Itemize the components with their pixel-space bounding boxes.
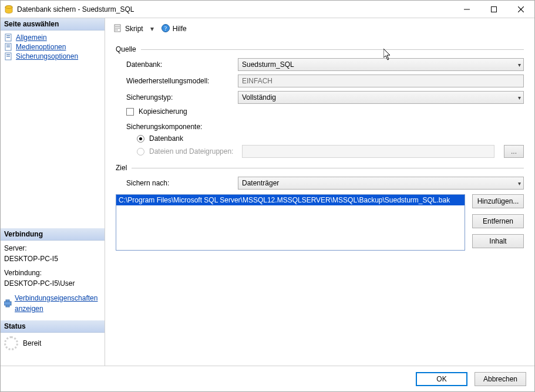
divider bbox=[132, 168, 524, 168]
content-button-label: Inhalt bbox=[489, 237, 506, 245]
window-title: Datenbank sichern - Suedsturm_SQL bbox=[17, 5, 453, 13]
chevron-down-icon: ▾ bbox=[518, 62, 521, 68]
database-value: Suedsturm_SQL bbox=[242, 60, 294, 69]
database-select[interactable]: Suedsturm_SQL ▾ bbox=[238, 58, 524, 71]
cancel-button[interactable]: Abbrechen bbox=[475, 372, 526, 386]
connection-properties-label: Verbindungseigenschaften anzeigen bbox=[15, 293, 99, 314]
database-icon bbox=[4, 5, 14, 14]
backup-database-dialog: Datenbank sichern - Suedsturm_SQL Seite … bbox=[0, 0, 535, 392]
destination-path-item[interactable]: C:\Program Files\Microsoft SQL Server\MS… bbox=[116, 195, 465, 205]
radio-files-row: Dateien und Dateigruppen: ... bbox=[137, 145, 524, 158]
copy-only-checkbox[interactable] bbox=[126, 108, 134, 116]
server-value: DESKTOP-PC-I5 bbox=[4, 254, 101, 264]
page-icon bbox=[4, 33, 14, 42]
recovery-model-label: Wiederherstellungsmodell: bbox=[126, 77, 238, 85]
maximize-button[interactable] bbox=[480, 1, 507, 18]
backup-component-header: Sicherungskomponente: bbox=[126, 123, 524, 131]
ok-label: OK bbox=[436, 375, 446, 383]
radio-database-label: Datenbank bbox=[149, 134, 183, 143]
help-button[interactable]: ? Hilfe bbox=[159, 22, 189, 36]
page-icon bbox=[4, 43, 14, 51]
svg-rect-14 bbox=[6, 56, 10, 57]
close-button[interactable] bbox=[507, 1, 534, 18]
destination-listbox[interactable]: C:\Program Files\Microsoft SQL Server\MS… bbox=[116, 194, 465, 251]
sidebar-pages-header: Seite auswählen bbox=[1, 18, 105, 31]
sidebar: Seite auswählen Allgemein Medienoptionen bbox=[1, 18, 105, 366]
script-button[interactable]: Skript bbox=[111, 22, 146, 36]
sidebar-item-backup-options[interactable]: Sicherungsoptionen bbox=[2, 52, 103, 61]
radio-files bbox=[137, 148, 144, 156]
svg-rect-7 bbox=[6, 35, 10, 36]
database-label: Datenbank: bbox=[126, 60, 238, 69]
copy-only-checkbox-row[interactable]: Kopiesicherung bbox=[126, 107, 524, 116]
add-destination-button[interactable]: Hinzufügen... bbox=[472, 194, 524, 208]
recovery-model-value: EINFACH bbox=[238, 75, 524, 87]
toolbar: Skript ▾ ? Hilfe bbox=[105, 18, 534, 39]
sidebar-item-general[interactable]: Allgemein bbox=[2, 33, 103, 42]
ellipsis-label: ... bbox=[511, 147, 517, 156]
backup-type-value: Vollständig bbox=[242, 93, 276, 102]
sidebar-item-label: Sicherungsoptionen bbox=[16, 52, 78, 60]
server-label: Server: bbox=[4, 243, 101, 254]
files-browse-button: ... bbox=[504, 145, 524, 158]
remove-destination-button[interactable]: Entfernen bbox=[472, 214, 524, 228]
svg-rect-8 bbox=[6, 37, 10, 38]
cancel-label: Abbrechen bbox=[483, 375, 517, 383]
group-source-label: Quelle bbox=[116, 45, 136, 53]
script-icon bbox=[113, 23, 123, 35]
connection-label: Verbindung: bbox=[4, 268, 101, 278]
titlebar: Datenbank sichern - Suedsturm_SQL bbox=[1, 1, 534, 18]
script-dropdown-arrow[interactable]: ▾ bbox=[149, 25, 155, 33]
chevron-down-icon: ▾ bbox=[518, 94, 521, 101]
svg-rect-13 bbox=[6, 54, 10, 55]
svg-rect-10 bbox=[6, 45, 10, 46]
properties-icon bbox=[4, 299, 12, 307]
script-label: Skript bbox=[125, 25, 143, 33]
chevron-down-icon: ▾ bbox=[518, 180, 521, 187]
spinner-icon bbox=[4, 336, 18, 350]
connection-properties-link[interactable]: Verbindungseigenschaften anzeigen bbox=[4, 292, 101, 315]
connection-value: DESKTOP-PC-I5\User bbox=[4, 278, 101, 289]
help-label: Hilfe bbox=[173, 25, 187, 33]
connection-info: Server: DESKTOP-PC-I5 Verbindung: DESKTO… bbox=[1, 241, 105, 320]
status-row: Bereit bbox=[1, 333, 105, 354]
svg-rect-16 bbox=[4, 302, 11, 305]
sidebar-item-label: Allgemein bbox=[16, 33, 47, 42]
add-destination-label: Hinzufügen... bbox=[477, 197, 519, 205]
radio-database-row[interactable]: Datenbank bbox=[137, 134, 524, 143]
window-controls bbox=[453, 1, 534, 18]
svg-rect-11 bbox=[6, 46, 10, 48]
svg-text:?: ? bbox=[164, 25, 167, 32]
sidebar-connection-header: Verbindung bbox=[1, 228, 105, 241]
dialog-footer: OK Abbrechen bbox=[1, 366, 534, 391]
radio-database[interactable] bbox=[137, 135, 144, 143]
backup-to-label: Sichern nach: bbox=[126, 179, 238, 187]
sidebar-item-media-options[interactable]: Medienoptionen bbox=[2, 42, 103, 52]
backup-to-value: Datenträger bbox=[242, 179, 279, 187]
remove-destination-label: Entfernen bbox=[483, 217, 513, 225]
backup-type-label: Sicherungstyp: bbox=[126, 93, 238, 102]
sidebar-status-header: Status bbox=[1, 320, 105, 333]
group-destination: Ziel Sichern nach: Datenträger ▾ bbox=[116, 164, 524, 251]
group-destination-label: Ziel bbox=[116, 164, 127, 172]
content: Skript ▾ ? Hilfe Quelle bbox=[105, 18, 534, 366]
sidebar-item-label: Medienoptionen bbox=[16, 43, 66, 51]
divider bbox=[141, 49, 524, 50]
backup-type-select[interactable]: Vollständig ▾ bbox=[238, 91, 524, 104]
content-button[interactable]: Inhalt bbox=[472, 234, 524, 248]
group-source: Quelle Datenbank: Suedsturm_SQL ▾ bbox=[116, 45, 524, 158]
sidebar-pages: Allgemein Medienoptionen Sicherungsoptio… bbox=[1, 31, 105, 63]
radio-files-label: Dateien und Dateigruppen: bbox=[149, 147, 237, 156]
ok-button[interactable]: OK bbox=[416, 372, 467, 386]
svg-rect-3 bbox=[492, 6, 497, 12]
minimize-button[interactable] bbox=[453, 1, 480, 18]
help-icon: ? bbox=[161, 23, 170, 35]
backup-to-select[interactable]: Datenträger ▾ bbox=[238, 177, 524, 190]
files-input-disabled bbox=[242, 145, 494, 158]
copy-only-label: Kopiesicherung bbox=[139, 107, 187, 116]
recovery-model-text: EINFACH bbox=[242, 77, 272, 85]
status-value: Bereit bbox=[23, 339, 41, 347]
page-icon bbox=[4, 52, 14, 60]
